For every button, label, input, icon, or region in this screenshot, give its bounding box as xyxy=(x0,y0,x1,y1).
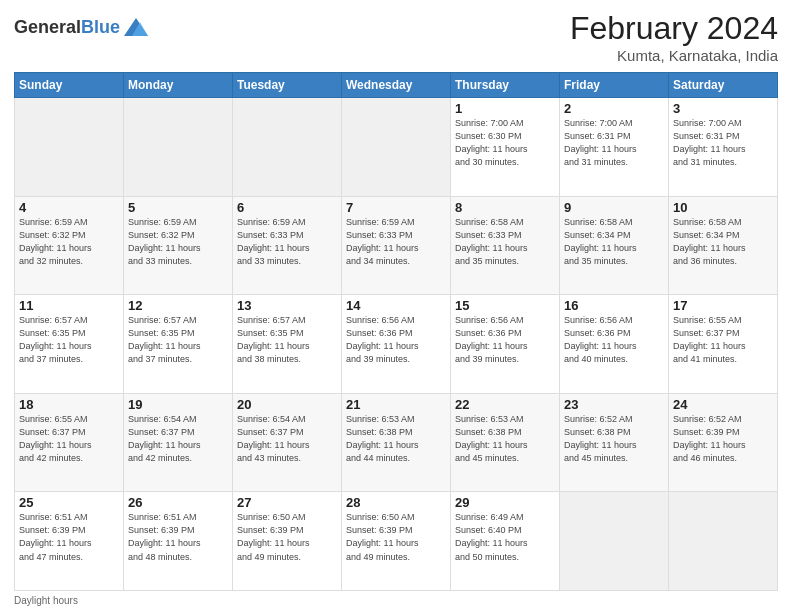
calendar-cell: 22Sunrise: 6:53 AM Sunset: 6:38 PM Dayli… xyxy=(451,393,560,492)
day-info: Sunrise: 6:57 AM Sunset: 6:35 PM Dayligh… xyxy=(128,314,228,366)
calendar-cell xyxy=(669,492,778,591)
day-number: 9 xyxy=(564,200,664,215)
calendar-cell: 19Sunrise: 6:54 AM Sunset: 6:37 PM Dayli… xyxy=(124,393,233,492)
calendar-cell: 28Sunrise: 6:50 AM Sunset: 6:39 PM Dayli… xyxy=(342,492,451,591)
calendar-subtitle: Kumta, Karnataka, India xyxy=(570,47,778,64)
day-info: Sunrise: 6:56 AM Sunset: 6:36 PM Dayligh… xyxy=(346,314,446,366)
calendar-cell: 10Sunrise: 6:58 AM Sunset: 6:34 PM Dayli… xyxy=(669,196,778,295)
header-row: Sunday Monday Tuesday Wednesday Thursday… xyxy=(15,73,778,98)
day-info: Sunrise: 6:57 AM Sunset: 6:35 PM Dayligh… xyxy=(237,314,337,366)
logo: GeneralBlue xyxy=(14,14,150,42)
day-number: 23 xyxy=(564,397,664,412)
calendar-cell: 3Sunrise: 7:00 AM Sunset: 6:31 PM Daylig… xyxy=(669,98,778,197)
calendar-body: 1Sunrise: 7:00 AM Sunset: 6:30 PM Daylig… xyxy=(15,98,778,591)
calendar-cell: 11Sunrise: 6:57 AM Sunset: 6:35 PM Dayli… xyxy=(15,295,124,394)
day-info: Sunrise: 6:58 AM Sunset: 6:33 PM Dayligh… xyxy=(455,216,555,268)
day-number: 18 xyxy=(19,397,119,412)
day-number: 19 xyxy=(128,397,228,412)
col-friday: Friday xyxy=(560,73,669,98)
week-row-5: 25Sunrise: 6:51 AM Sunset: 6:39 PM Dayli… xyxy=(15,492,778,591)
header: GeneralBlue February 2024 Kumta, Karnata… xyxy=(14,10,778,64)
logo-blue: Blue xyxy=(81,17,120,37)
calendar-cell: 1Sunrise: 7:00 AM Sunset: 6:30 PM Daylig… xyxy=(451,98,560,197)
calendar-cell: 25Sunrise: 6:51 AM Sunset: 6:39 PM Dayli… xyxy=(15,492,124,591)
week-row-1: 1Sunrise: 7:00 AM Sunset: 6:30 PM Daylig… xyxy=(15,98,778,197)
calendar-cell: 15Sunrise: 6:56 AM Sunset: 6:36 PM Dayli… xyxy=(451,295,560,394)
day-number: 29 xyxy=(455,495,555,510)
col-tuesday: Tuesday xyxy=(233,73,342,98)
day-info: Sunrise: 6:52 AM Sunset: 6:39 PM Dayligh… xyxy=(673,413,773,465)
day-info: Sunrise: 6:51 AM Sunset: 6:39 PM Dayligh… xyxy=(19,511,119,563)
calendar-cell: 9Sunrise: 6:58 AM Sunset: 6:34 PM Daylig… xyxy=(560,196,669,295)
day-info: Sunrise: 6:57 AM Sunset: 6:35 PM Dayligh… xyxy=(19,314,119,366)
calendar-cell: 18Sunrise: 6:55 AM Sunset: 6:37 PM Dayli… xyxy=(15,393,124,492)
calendar-cell: 23Sunrise: 6:52 AM Sunset: 6:38 PM Dayli… xyxy=(560,393,669,492)
day-number: 17 xyxy=(673,298,773,313)
day-number: 15 xyxy=(455,298,555,313)
calendar-cell: 8Sunrise: 6:58 AM Sunset: 6:33 PM Daylig… xyxy=(451,196,560,295)
day-info: Sunrise: 6:53 AM Sunset: 6:38 PM Dayligh… xyxy=(346,413,446,465)
calendar-table: Sunday Monday Tuesday Wednesday Thursday… xyxy=(14,72,778,591)
day-info: Sunrise: 6:56 AM Sunset: 6:36 PM Dayligh… xyxy=(564,314,664,366)
day-number: 2 xyxy=(564,101,664,116)
day-info: Sunrise: 6:59 AM Sunset: 6:32 PM Dayligh… xyxy=(128,216,228,268)
title-block: February 2024 Kumta, Karnataka, India xyxy=(570,10,778,64)
day-info: Sunrise: 7:00 AM Sunset: 6:30 PM Dayligh… xyxy=(455,117,555,169)
day-number: 4 xyxy=(19,200,119,215)
day-number: 8 xyxy=(455,200,555,215)
footer-note: Daylight hours xyxy=(14,595,778,606)
col-sunday: Sunday xyxy=(15,73,124,98)
calendar-cell: 26Sunrise: 6:51 AM Sunset: 6:39 PM Dayli… xyxy=(124,492,233,591)
calendar-cell: 2Sunrise: 7:00 AM Sunset: 6:31 PM Daylig… xyxy=(560,98,669,197)
day-info: Sunrise: 6:58 AM Sunset: 6:34 PM Dayligh… xyxy=(673,216,773,268)
day-number: 3 xyxy=(673,101,773,116)
calendar-cell: 7Sunrise: 6:59 AM Sunset: 6:33 PM Daylig… xyxy=(342,196,451,295)
day-info: Sunrise: 6:58 AM Sunset: 6:34 PM Dayligh… xyxy=(564,216,664,268)
calendar-cell: 24Sunrise: 6:52 AM Sunset: 6:39 PM Dayli… xyxy=(669,393,778,492)
day-number: 27 xyxy=(237,495,337,510)
calendar-cell: 29Sunrise: 6:49 AM Sunset: 6:40 PM Dayli… xyxy=(451,492,560,591)
day-number: 11 xyxy=(19,298,119,313)
calendar-cell xyxy=(560,492,669,591)
day-info: Sunrise: 6:59 AM Sunset: 6:32 PM Dayligh… xyxy=(19,216,119,268)
day-number: 20 xyxy=(237,397,337,412)
day-number: 25 xyxy=(19,495,119,510)
day-number: 28 xyxy=(346,495,446,510)
day-info: Sunrise: 7:00 AM Sunset: 6:31 PM Dayligh… xyxy=(673,117,773,169)
logo-icon xyxy=(122,14,150,42)
week-row-2: 4Sunrise: 6:59 AM Sunset: 6:32 PM Daylig… xyxy=(15,196,778,295)
col-wednesday: Wednesday xyxy=(342,73,451,98)
calendar-header: Sunday Monday Tuesday Wednesday Thursday… xyxy=(15,73,778,98)
day-number: 6 xyxy=(237,200,337,215)
calendar-title: February 2024 xyxy=(570,10,778,47)
day-number: 5 xyxy=(128,200,228,215)
day-info: Sunrise: 6:51 AM Sunset: 6:39 PM Dayligh… xyxy=(128,511,228,563)
day-number: 21 xyxy=(346,397,446,412)
calendar-cell: 21Sunrise: 6:53 AM Sunset: 6:38 PM Dayli… xyxy=(342,393,451,492)
week-row-3: 11Sunrise: 6:57 AM Sunset: 6:35 PM Dayli… xyxy=(15,295,778,394)
day-info: Sunrise: 6:55 AM Sunset: 6:37 PM Dayligh… xyxy=(673,314,773,366)
week-row-4: 18Sunrise: 6:55 AM Sunset: 6:37 PM Dayli… xyxy=(15,393,778,492)
logo-general: General xyxy=(14,17,81,37)
calendar-cell: 5Sunrise: 6:59 AM Sunset: 6:32 PM Daylig… xyxy=(124,196,233,295)
col-saturday: Saturday xyxy=(669,73,778,98)
day-info: Sunrise: 6:59 AM Sunset: 6:33 PM Dayligh… xyxy=(237,216,337,268)
day-number: 22 xyxy=(455,397,555,412)
day-info: Sunrise: 6:59 AM Sunset: 6:33 PM Dayligh… xyxy=(346,216,446,268)
calendar-cell xyxy=(124,98,233,197)
calendar-cell: 12Sunrise: 6:57 AM Sunset: 6:35 PM Dayli… xyxy=(124,295,233,394)
day-number: 14 xyxy=(346,298,446,313)
day-info: Sunrise: 6:49 AM Sunset: 6:40 PM Dayligh… xyxy=(455,511,555,563)
day-info: Sunrise: 6:50 AM Sunset: 6:39 PM Dayligh… xyxy=(237,511,337,563)
col-monday: Monday xyxy=(124,73,233,98)
calendar-cell xyxy=(342,98,451,197)
day-number: 16 xyxy=(564,298,664,313)
calendar-cell: 27Sunrise: 6:50 AM Sunset: 6:39 PM Dayli… xyxy=(233,492,342,591)
day-info: Sunrise: 6:54 AM Sunset: 6:37 PM Dayligh… xyxy=(128,413,228,465)
day-info: Sunrise: 6:50 AM Sunset: 6:39 PM Dayligh… xyxy=(346,511,446,563)
day-number: 1 xyxy=(455,101,555,116)
calendar-cell xyxy=(233,98,342,197)
day-number: 12 xyxy=(128,298,228,313)
logo-text: GeneralBlue xyxy=(14,18,120,38)
day-number: 13 xyxy=(237,298,337,313)
